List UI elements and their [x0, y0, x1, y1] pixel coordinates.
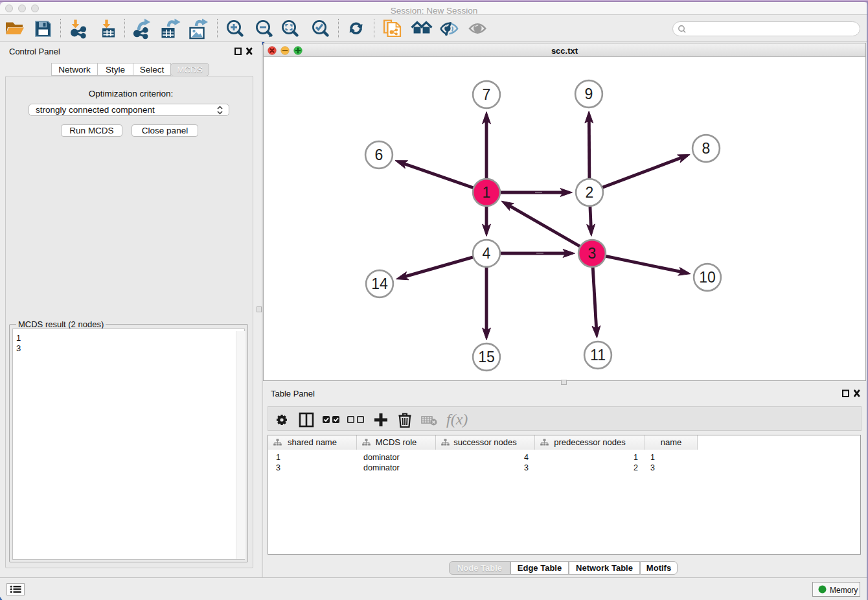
svg-text:14: 14 [371, 275, 388, 292]
svg-text:6: 6 [375, 146, 383, 163]
svg-text:1: 1 [483, 184, 491, 201]
svg-text:9: 9 [585, 86, 593, 102]
svg-text:10: 10 [699, 269, 716, 286]
svg-text:15: 15 [478, 349, 495, 365]
svg-text:7: 7 [483, 86, 491, 103]
svg-text:4: 4 [483, 245, 491, 262]
svg-text:11: 11 [590, 347, 606, 363]
svg-text:3: 3 [588, 245, 597, 262]
svg-text:f(x): f(x) [446, 411, 468, 428]
svg-text:2: 2 [586, 184, 594, 201]
svg-text:8: 8 [702, 140, 711, 157]
